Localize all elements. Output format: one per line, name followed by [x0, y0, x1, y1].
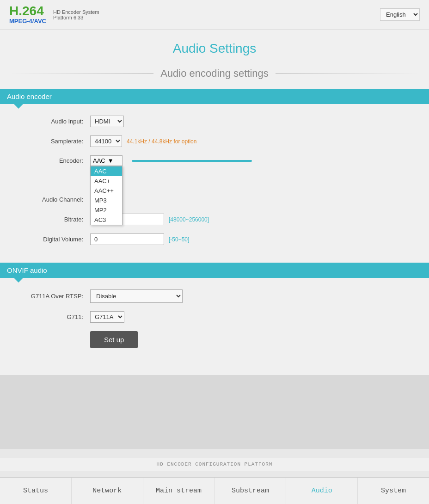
encoder-option-aac-plus[interactable]: AAC+: [91, 176, 122, 186]
g711a-rtsp-controls: Disable Enable: [90, 289, 183, 303]
encoder-selected-value: AAC: [93, 157, 105, 164]
audio-input-select[interactable]: HDMI SDI Analog: [90, 116, 124, 127]
bottom-nav: Status Network Main stream Substream Aud…: [0, 477, 429, 504]
audio-input-controls: HDMI SDI Analog: [90, 116, 124, 127]
samplerate-row: Samplerate: 44100 48000 32000 44.1kHz / …: [18, 135, 411, 147]
encoder-option-mp2[interactable]: MP2: [91, 205, 122, 215]
language-select[interactable]: English Chinese: [380, 8, 420, 21]
audio-input-label: Audio Input:: [18, 118, 83, 125]
g711a-rtsp-select[interactable]: Disable Enable: [90, 289, 183, 303]
onvif-section-bar-arrow: [14, 278, 23, 283]
nav-item-audio[interactable]: Audio: [286, 478, 358, 504]
section-bar-arrow: [14, 104, 23, 109]
audio-input-row: Audio Input: HDMI SDI Analog: [18, 116, 411, 127]
digital-volume-input[interactable]: 0: [90, 234, 164, 245]
audio-channel-label: Audio Channel:: [18, 196, 83, 203]
encoder-option-aac-plusplus[interactable]: AAC++: [91, 186, 122, 196]
header: H.264 MPEG-4/AVC HD Encoder System Platf…: [0, 0, 429, 30]
encoder-slider[interactable]: [132, 160, 252, 162]
encoder-label: Encoder:: [18, 157, 83, 164]
samplerate-hint: 44.1kHz / 44.8kHz for option: [127, 138, 196, 145]
g711-label: G711:: [18, 313, 83, 320]
g711-select[interactable]: G711A G711U: [90, 311, 124, 323]
page-title: Audio Settings: [0, 41, 429, 56]
bitrate-row: Bitrate: 128000 [48000~256000]: [18, 214, 411, 225]
audio-encoder-form: Audio Input: HDMI SDI Analog Samplerate:…: [0, 106, 429, 263]
nav-item-system[interactable]: System: [358, 478, 429, 504]
encoder-row: Encoder: AAC ▼ AAC AAC+ AAC++ MP3 MP2 AC…: [18, 155, 411, 166]
onvif-audio-form: G711A Over RTSP: Disable Enable G711: G7…: [0, 280, 429, 366]
nav-item-network[interactable]: Network: [72, 478, 143, 504]
main-content: Audio encoder Audio Input: HDMI SDI Anal…: [0, 89, 429, 375]
digital-volume-controls: 0 [-50~50]: [90, 234, 189, 245]
setup-button[interactable]: Set up: [90, 331, 138, 348]
samplerate-controls: 44100 48000 32000 44.1kHz / 44.8kHz for …: [90, 135, 196, 147]
encoder-dropdown[interactable]: AAC ▼ AAC AAC+ AAC++ MP3 MP2 AC3: [90, 155, 123, 166]
encoder-option-mp3[interactable]: MP3: [91, 196, 122, 205]
g711a-rtsp-label: G711A Over RTSP:: [18, 293, 83, 300]
digital-volume-row: Digital Volume: 0 [-50~50]: [18, 234, 411, 245]
onvif-audio-section-bar: ONVIF audio: [0, 263, 429, 278]
digital-volume-hint: [-50~50]: [169, 236, 189, 243]
page-title-area: Audio Settings: [0, 30, 429, 63]
nav-item-status[interactable]: Status: [0, 478, 72, 504]
system-info: HD Encoder System Platform 6.33: [53, 9, 99, 20]
encoder-option-aac[interactable]: AAC: [91, 166, 122, 176]
samplerate-select[interactable]: 44100 48000 32000: [90, 135, 122, 147]
samplerate-label: Samplerate:: [18, 138, 83, 145]
audio-channel-row: Audio Channel: L+R Left Right: [18, 194, 411, 205]
section-header-wrapper: Audio encoding settings: [0, 63, 429, 89]
logo: H.264 MPEG-4/AVC: [9, 5, 46, 25]
encoder-dropdown-list: AAC AAC+ AAC++ MP3 MP2 AC3: [90, 166, 123, 225]
logo-h264: H.264: [9, 5, 46, 18]
bitrate-hint: [48000~256000]: [169, 216, 209, 223]
logo-area: H.264 MPEG-4/AVC HD Encoder System Platf…: [9, 5, 99, 25]
dropdown-arrow-icon: ▼: [108, 157, 114, 164]
encoder-dropdown-trigger[interactable]: AAC ▼: [90, 155, 123, 166]
setup-row: Set up: [18, 331, 411, 348]
section-subtitle: Audio encoding settings: [160, 68, 269, 80]
g711a-rtsp-row: G711A Over RTSP: Disable Enable: [18, 289, 411, 303]
system-name: HD Encoder System: [53, 9, 99, 15]
g711-controls: G711A G711U: [90, 311, 124, 323]
bitrate-label: Bitrate:: [18, 216, 83, 223]
encoder-controls: AAC ▼ AAC AAC+ AAC++ MP3 MP2 AC3: [90, 155, 252, 166]
header-line-left: [9, 74, 153, 74]
g711-row: G711: G711A G711U: [18, 311, 411, 323]
nav-item-main-stream[interactable]: Main stream: [143, 478, 215, 504]
header-line-right: [276, 74, 420, 74]
onvif-audio-title: ONVIF audio: [7, 266, 422, 274]
digital-volume-label: Digital Volume:: [18, 236, 83, 243]
audio-encoder-title: Audio encoder: [7, 92, 422, 100]
nav-item-substream[interactable]: Substream: [214, 478, 286, 504]
footer: HD ENCODER CONFIGURATION PLATFORM: [0, 458, 429, 471]
logo-mpeg: MPEG-4/AVC: [9, 18, 46, 25]
platform-version: Platform 6.33: [53, 15, 99, 20]
gray-spacer: [0, 375, 429, 449]
audio-encoder-section-bar: Audio encoder: [0, 89, 429, 104]
encoder-option-ac3[interactable]: AC3: [91, 215, 122, 225]
